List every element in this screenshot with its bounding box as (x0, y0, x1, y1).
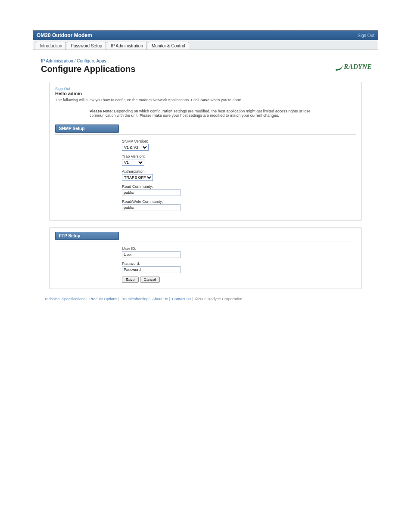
snmp-version-select[interactable]: V1 & V2 (122, 144, 149, 151)
footer-link-tech-spec[interactable]: Technical Specifications (44, 297, 86, 301)
title-bar: OM20 Outdoor Modem Sign Out (33, 31, 378, 40)
ftp-user-group: User ID: (122, 246, 356, 258)
ftp-user-input[interactable] (122, 251, 181, 258)
ftp-password-input[interactable] (122, 266, 181, 273)
footer-copyright: ©2006 Radyne Corporation (195, 297, 243, 301)
footer-link-product-options[interactable]: Product Options (89, 297, 117, 301)
ftp-user-label: User ID: (122, 246, 356, 251)
trap-version-label: Trap Version: (122, 154, 356, 159)
snmp-panel: Sign Out Hello admin The following will … (50, 82, 361, 221)
snmp-version-label: SNMP Version: (122, 139, 356, 143)
page-title: Configure Applications (41, 64, 370, 74)
footer-link-about[interactable]: About Us (152, 297, 168, 301)
save-button[interactable]: Save (122, 277, 139, 283)
trap-version-group: Trap Version: V1 (122, 154, 356, 166)
panel-signout-link[interactable]: Sign Out (55, 87, 356, 91)
tab-monitor-control[interactable]: Monitor & Control (148, 42, 189, 50)
footer-link-troubleshooting[interactable]: Troubleshooting (121, 297, 149, 301)
divider (55, 242, 356, 242)
ftp-password-group: Password: (122, 261, 356, 273)
signout-link[interactable]: Sign Out (358, 33, 374, 38)
rw-community-input[interactable] (122, 204, 181, 211)
greeting-text: Hello admin (55, 91, 356, 96)
brand-logo: RADYNE (335, 63, 372, 71)
snmp-section-header: SNMP Setup (55, 124, 119, 133)
read-community-group: Read Community: (122, 184, 356, 196)
snmp-version-group: SNMP Version: V1 & V2 (122, 139, 356, 151)
please-note: Please Note: Depending on which configur… (90, 109, 331, 118)
button-row: Save Cancel (122, 277, 356, 283)
ftp-panel: FTP Setup User ID: Password: Save Cancel (50, 227, 361, 289)
rw-community-group: Read/Write Community: (122, 199, 356, 211)
trap-version-select[interactable]: V1 (122, 159, 144, 166)
tab-ip-administration[interactable]: IP Administration (107, 42, 147, 50)
ftp-section-header: FTP Setup (55, 232, 119, 240)
divider (55, 134, 356, 135)
authorization-group: Authorization: TRAPS OFF (122, 169, 356, 181)
rw-community-label: Read/Write Community: (122, 199, 356, 204)
greeting-desc: The following will allow you how to conf… (55, 98, 356, 102)
authorization-select[interactable]: TRAPS OFF (122, 174, 153, 181)
ftp-password-label: Password: (122, 261, 356, 266)
authorization-label: Authorization: (122, 169, 356, 174)
tab-introduction[interactable]: Introduction (36, 42, 66, 50)
tab-password-setup[interactable]: Password Setup (67, 42, 106, 50)
read-community-label: Read Community: (122, 184, 356, 189)
swoosh-icon (335, 64, 343, 71)
breadcrumb: IP Administration / Configure Apps (41, 59, 370, 63)
read-community-input[interactable] (122, 189, 181, 196)
tab-bar: Introduction Password Setup IP Administr… (33, 40, 378, 50)
cancel-button[interactable]: Cancel (140, 277, 160, 283)
app-window: OM20 Outdoor Modem Sign Out Introduction… (33, 30, 378, 309)
product-name: OM20 Outdoor Modem (37, 32, 92, 38)
content-area: IP Administration / Configure Apps Confi… (33, 50, 378, 309)
footer-links: Technical Specifications| Product Option… (41, 295, 370, 305)
footer-link-contact[interactable]: Contact Us (172, 297, 191, 301)
